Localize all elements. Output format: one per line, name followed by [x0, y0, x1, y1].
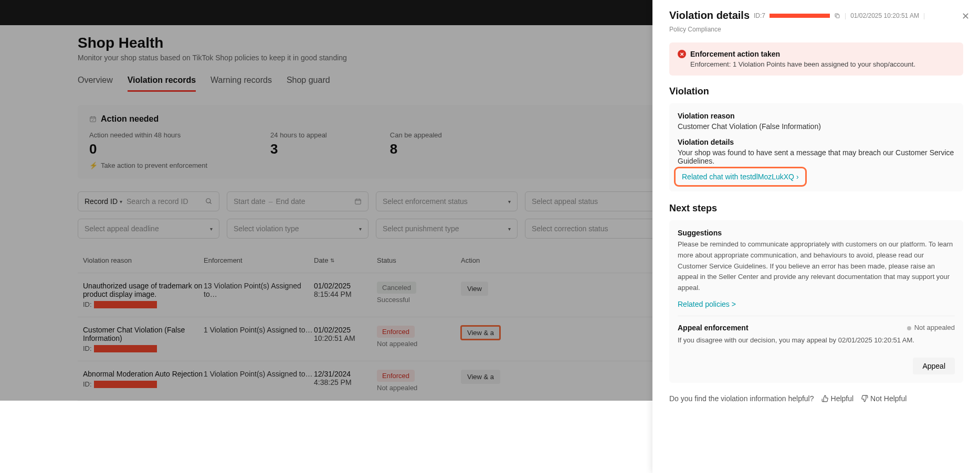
chevron-down-icon: ▾: [120, 199, 122, 205]
search-placeholder: Search a record ID: [127, 197, 205, 206]
stat-value: 8: [390, 141, 442, 157]
appeal-status-text: Not appealed: [914, 324, 955, 331]
violations-table: Violation reason Enforcement Date ⇅ Stat…: [78, 248, 697, 401]
details-label: Violation details: [678, 138, 955, 146]
enforcement-body: Enforcement: 1 Violation Points have bee…: [690, 60, 955, 68]
chevron-down-icon: ▾: [508, 226, 511, 232]
stat-can-appeal: Can be appealed 8: [390, 131, 442, 169]
lightning-icon: ⚡: [89, 162, 98, 169]
action-needed-heading: Action needed: [101, 114, 159, 124]
svg-rect-3: [836, 15, 839, 18]
stat-label: 24 hours to appeal: [270, 131, 327, 139]
stat-value: 3: [270, 141, 327, 157]
status-dot-icon: [907, 326, 911, 330]
time-value: 4:38:25 PM: [314, 378, 377, 386]
violation-type-select[interactable]: Select violation type▾: [227, 219, 368, 239]
thumbs-down-icon: [861, 395, 868, 402]
helpful-question: Do you find the violation information he…: [669, 394, 814, 403]
panel-title: Violation details: [669, 9, 750, 22]
violation-reason-text: Unauthorized usage of trademark on produ…: [83, 282, 204, 298]
date-value: 01/02/2025: [314, 282, 377, 290]
appeal-body: If you disagree with our decision, you m…: [678, 335, 955, 346]
table-row: Customer Chat Violation (False Informati…: [78, 317, 697, 361]
calendar-check-icon: [89, 115, 97, 123]
record-id: ID:: [83, 380, 204, 388]
related-chat-highlight: Related chat with testdlMozLukXQ ›: [678, 170, 803, 183]
calendar-icon: [354, 198, 362, 205]
table-row: Unauthorized usage of trademark on produ…: [78, 273, 697, 317]
page-title: Shop Health: [78, 35, 697, 51]
punishment-type-select[interactable]: Select punishment type▾: [376, 219, 518, 239]
redacted-id: [770, 14, 830, 18]
select-placeholder: Select violation type: [234, 224, 299, 233]
status-badge: Enforced: [377, 370, 415, 382]
stat-48h: Action needed within 48 hours 0 ⚡ Take a…: [89, 131, 207, 169]
view-action-button[interactable]: View: [461, 282, 488, 296]
record-id-search[interactable]: Record ID ▾ Search a record ID: [78, 191, 219, 211]
appeal-deadline-select[interactable]: Select appeal deadline▾: [78, 219, 219, 239]
view-action-button[interactable]: View & a: [461, 326, 500, 340]
close-icon[interactable]: ✕: [962, 10, 970, 22]
correction-status-select[interactable]: Select correction status▾: [525, 219, 667, 239]
chevron-right-icon: ›: [796, 173, 799, 181]
enforcement-heading: Enforcement action taken: [690, 50, 780, 58]
redacted-id: [94, 381, 157, 388]
select-placeholder: Select appeal status: [532, 197, 598, 206]
related-policies-link[interactable]: Related policies >: [678, 300, 955, 308]
select-placeholder: Select appeal deadline: [85, 224, 159, 233]
enforcement-alert: ✕ Enforcement action taken Enforcement: …: [669, 42, 963, 76]
action-needed-card: Action needed Action needed within 48 ho…: [78, 105, 697, 179]
date-value: 01/02/2025: [314, 326, 377, 334]
chevron-down-icon: ▾: [508, 199, 511, 205]
tab-violation-records[interactable]: Violation records: [128, 72, 196, 92]
col-status: Status: [377, 256, 461, 264]
col-action: Action: [461, 256, 503, 264]
enforcement-status-select[interactable]: Select enforcement status▾: [376, 191, 518, 211]
start-date-placeholder: Start date: [234, 197, 266, 206]
panel-datetime: 01/02/2025 10:20:51 AM: [850, 12, 919, 19]
date-range[interactable]: Start date – End date: [227, 191, 368, 211]
panel-id-prefix: ID:7: [754, 12, 765, 19]
end-date-placeholder: End date: [276, 197, 305, 206]
warn-text: Take action to prevent enforcement: [101, 162, 207, 169]
select-placeholder: Select punishment type: [383, 224, 459, 233]
stat-label: Action needed within 48 hours: [89, 131, 207, 139]
appeal-label: Appeal enforcement: [678, 324, 749, 332]
tab-bar: Overview Violation records Warning recor…: [78, 72, 697, 92]
view-action-button[interactable]: View & a: [461, 370, 500, 384]
related-chat-link[interactable]: Related chat with testdlMozLukXQ ›: [682, 173, 799, 181]
time-value: 8:15:44 PM: [314, 290, 377, 298]
stat-24h-appeal: 24 hours to appeal 3: [270, 131, 327, 169]
appeal-status-select[interactable]: Select appeal status▾: [525, 191, 667, 211]
violation-section-heading: Violation: [669, 86, 963, 97]
col-date[interactable]: Date ⇅: [314, 256, 377, 264]
time-value: 10:20:51 AM: [314, 334, 377, 342]
svg-rect-0: [90, 117, 96, 122]
helpful-button[interactable]: Helpful: [821, 394, 854, 403]
col-reason: Violation reason: [83, 256, 204, 264]
violation-reason-text: Abnormal Moderation Auto Rejection: [83, 370, 204, 378]
chevron-down-icon: ▾: [359, 226, 362, 232]
tab-overview[interactable]: Overview: [78, 72, 113, 92]
record-id: ID:: [83, 345, 204, 352]
appeal-button[interactable]: Appeal: [913, 358, 955, 374]
tab-shop-guard[interactable]: Shop guard: [287, 72, 330, 92]
tab-warning-records[interactable]: Warning records: [210, 72, 272, 92]
status-sub-text: Not appealed: [377, 340, 461, 348]
record-id-label: Record ID: [85, 197, 118, 206]
redacted-id: [94, 301, 157, 308]
search-icon: [205, 198, 213, 205]
record-id: ID:: [83, 300, 204, 308]
page-subtitle: Monitor your shop status based on TikTok…: [78, 53, 697, 62]
status-sub-text: Not appealed: [377, 384, 461, 392]
suggestions-label: Suggestions: [678, 229, 955, 237]
enforcement-text: 1 Violation Point(s) Assigned to…: [204, 370, 314, 378]
violation-details-panel: ✕ Violation details ID:7 | 01/02/2025 10…: [652, 0, 980, 473]
status-sub-text: Successful: [377, 296, 461, 304]
reason-value: Customer Chat Violation (False Informati…: [678, 122, 955, 131]
stat-label: Can be appealed: [390, 131, 442, 139]
svg-rect-2: [355, 199, 361, 204]
copy-icon[interactable]: [834, 13, 840, 19]
select-placeholder: Select enforcement status: [383, 197, 468, 206]
not-helpful-button[interactable]: Not Helpful: [861, 394, 907, 403]
